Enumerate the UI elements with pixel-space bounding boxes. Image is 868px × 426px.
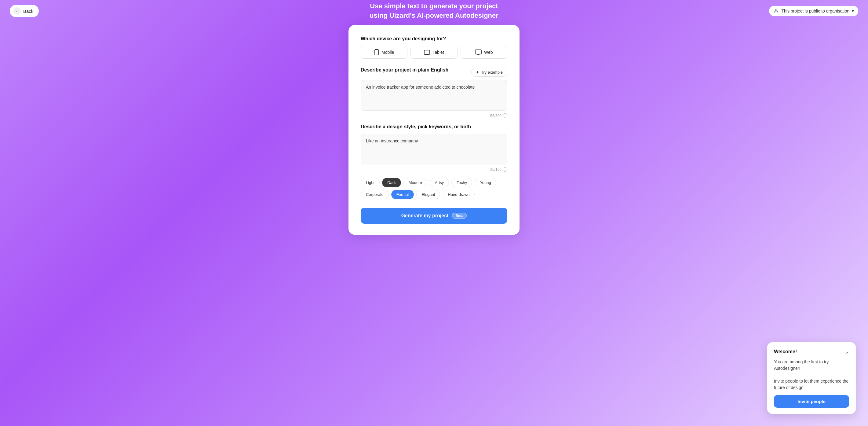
style-tag-corporate[interactable]: Corporate bbox=[361, 190, 389, 199]
style-tag-techy[interactable]: Techy bbox=[452, 178, 472, 187]
tablet-label: Tablet bbox=[432, 50, 444, 55]
try-example-label: Try example bbox=[481, 70, 503, 74]
device-section-label: Which device are you designing for? bbox=[361, 36, 507, 41]
welcome-popup: Welcome! ⌄ You are among the first to tr… bbox=[767, 342, 856, 414]
describe-label: Describe your project in plain English bbox=[361, 67, 448, 73]
design-style-section: Describe a design style, pick keywords, … bbox=[361, 124, 507, 199]
style-info-icon[interactable]: i bbox=[503, 167, 507, 172]
welcome-text: You are among the first to try Autodesig… bbox=[774, 359, 849, 391]
beta-badge: Beta bbox=[452, 213, 467, 219]
project-description-input[interactable] bbox=[361, 80, 507, 111]
design-style-input[interactable] bbox=[361, 134, 507, 164]
public-badge-button[interactable]: This project is public to organisation ▾ bbox=[769, 6, 858, 16]
welcome-title: Welcome! bbox=[774, 349, 797, 355]
back-arrow-icon: ‹ bbox=[13, 7, 21, 15]
back-button[interactable]: ‹ Back bbox=[10, 5, 39, 17]
style-tag-young[interactable]: Young bbox=[475, 178, 496, 187]
style-tag-light[interactable]: Light bbox=[361, 178, 380, 187]
header-title-line2: using Uizard's AI-powered Autodesigner bbox=[370, 11, 498, 21]
welcome-line1: You are among the first to try Autodesig… bbox=[774, 359, 849, 372]
device-tablet-button[interactable]: Tablet bbox=[410, 46, 457, 59]
main-card: Which device are you designing for? Mobi… bbox=[348, 25, 520, 235]
collapse-popup-button[interactable]: ⌄ bbox=[844, 348, 849, 355]
magic-wand-icon: ✦ bbox=[476, 70, 479, 74]
project-info-icon[interactable]: i bbox=[503, 113, 507, 118]
invite-button[interactable]: Invite people bbox=[774, 395, 849, 408]
generate-button[interactable]: Generate my project Beta bbox=[361, 208, 507, 224]
style-char-count: 25/150 i bbox=[361, 167, 507, 172]
chevron-down-icon: ▾ bbox=[852, 8, 854, 13]
web-label: Web bbox=[484, 50, 493, 55]
mobile-icon bbox=[374, 49, 379, 55]
main-container: Which device are you designing for? Mobi… bbox=[0, 22, 868, 244]
tablet-icon bbox=[424, 50, 430, 55]
svg-rect-5 bbox=[475, 50, 481, 54]
svg-point-0 bbox=[775, 9, 777, 11]
style-tag-formal[interactable]: Formal bbox=[391, 190, 414, 199]
welcome-line2: Invite people to let them experience the… bbox=[774, 378, 849, 391]
public-label: This project is public to organisation bbox=[781, 8, 849, 13]
mobile-label: Mobile bbox=[381, 50, 394, 55]
design-style-label: Describe a design style, pick keywords, … bbox=[361, 124, 507, 129]
device-web-button[interactable]: Web bbox=[461, 46, 507, 59]
style-tag-elegant[interactable]: Elegant bbox=[416, 190, 440, 199]
try-example-button[interactable]: ✦ Try example bbox=[471, 68, 507, 77]
device-mobile-button[interactable]: Mobile bbox=[361, 46, 407, 59]
header: ‹ Back Use simple text to generate your … bbox=[0, 0, 868, 22]
style-tag-modern[interactable]: Modern bbox=[403, 178, 427, 187]
header-title: Use simple text to generate your project… bbox=[370, 2, 498, 21]
device-section: Which device are you designing for? Mobi… bbox=[361, 36, 507, 59]
style-tag-dark[interactable]: Dark bbox=[382, 178, 401, 187]
person-icon bbox=[773, 8, 779, 14]
project-char-count: 56/300 i bbox=[361, 113, 507, 118]
describe-section: Describe your project in plain English ✦… bbox=[361, 67, 507, 118]
style-tag-hand-drawn[interactable]: Hand-drawn bbox=[442, 190, 475, 199]
style-tags: LightDarkModernArtsyTechyYoungCorporateF… bbox=[361, 178, 507, 199]
describe-header: Describe your project in plain English ✦… bbox=[361, 67, 507, 77]
web-icon bbox=[475, 50, 482, 55]
header-title-line1: Use simple text to generate your project bbox=[370, 2, 498, 11]
welcome-popup-header: Welcome! ⌄ bbox=[774, 348, 849, 355]
style-tag-artsy[interactable]: Artsy bbox=[430, 178, 449, 187]
device-options: Mobile Tablet Web bbox=[361, 46, 507, 59]
generate-label: Generate my project bbox=[401, 213, 449, 218]
back-label: Back bbox=[23, 8, 33, 14]
